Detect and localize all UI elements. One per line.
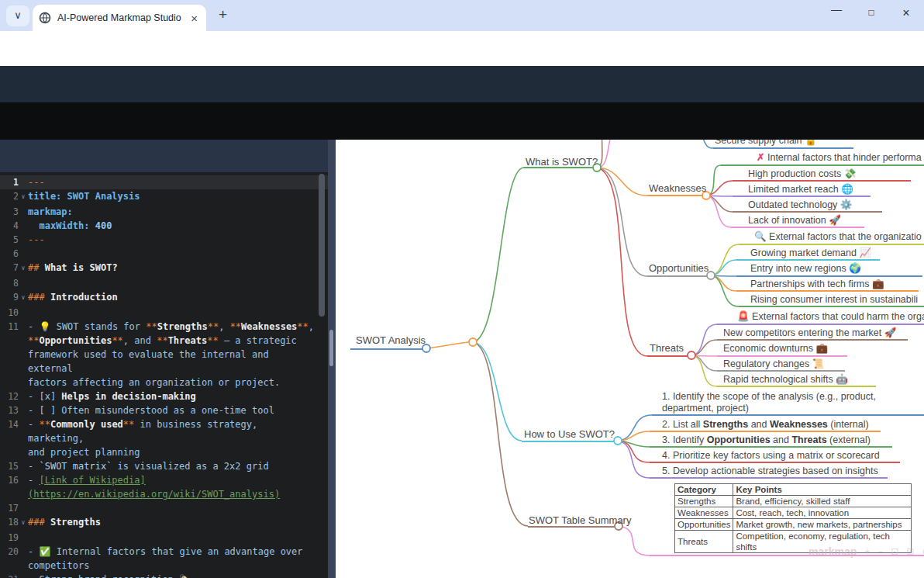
- editor-line[interactable]: 20- ✅ Internal factors that give an adva…: [0, 545, 328, 573]
- editor-scrollbar[interactable]: [319, 174, 325, 317]
- line-number: 21: [0, 573, 19, 578]
- map-node-t4[interactable]: Regulatory changes 📜: [723, 358, 824, 370]
- code-text[interactable]: maxWidth: 400: [28, 219, 316, 233]
- map-node-w1[interactable]: ✗ Internal factors that hinder performa: [757, 152, 922, 164]
- code-text[interactable]: ---: [28, 175, 316, 189]
- map-node-w2[interactable]: High production costs 💸: [748, 168, 856, 180]
- editor-line[interactable]: 10: [0, 306, 328, 320]
- editor-line[interactable]: 3markmap:: [0, 205, 328, 219]
- pane-divider[interactable]: [328, 140, 336, 578]
- window-minimize-icon[interactable]: —: [828, 3, 845, 16]
- markmap-brand[interactable]: markmap: [808, 545, 857, 558]
- map-node-h1[interactable]: 1. Identify the scope of the analysis (e…: [662, 391, 876, 414]
- map-theme-icon[interactable]: ⊞: [906, 546, 914, 557]
- map-zoom-in-icon[interactable]: +: [864, 546, 870, 557]
- fold-arrow-icon[interactable]: ∨: [19, 290, 28, 306]
- new-tab-button[interactable]: +: [219, 6, 227, 23]
- mindmap-link: [473, 342, 528, 526]
- code-text[interactable]: [28, 531, 316, 545]
- editor-line[interactable]: 5---: [0, 233, 328, 247]
- map-zoom-out-icon[interactable]: −: [877, 546, 883, 557]
- map-node-h4[interactable]: 4. Prioritize key factors using a matrix…: [662, 450, 880, 462]
- node-circle[interactable]: [688, 351, 695, 359]
- code-text[interactable]: - `SWOT matrix` is visualized as a 2x2 g…: [28, 459, 316, 473]
- map-fit-icon[interactable]: ⊡: [891, 546, 898, 557]
- map-node-weak[interactable]: Weaknesses: [649, 182, 706, 194]
- code-text[interactable]: - [ ] Often misunderstood as a one-time …: [28, 403, 316, 417]
- editor-line[interactable]: 4 maxWidth: 400: [0, 219, 328, 233]
- editor-line[interactable]: 21- Strong brand recognition 🏷️: [0, 573, 328, 578]
- map-node-t1[interactable]: 🚨 External factors that could harm the o…: [737, 311, 924, 323]
- table-cell: Market growth, new markets, partnerships: [733, 519, 912, 531]
- editor-line[interactable]: 19: [0, 531, 328, 545]
- editor-line[interactable]: 16- [Link of Wikipedia] (https://en.wiki…: [0, 473, 328, 501]
- editor-line[interactable]: 9∨### Introduction: [0, 290, 328, 306]
- editor-line[interactable]: 6: [0, 247, 328, 261]
- editor-line[interactable]: 17: [0, 501, 328, 515]
- editor-line[interactable]: 15- `SWOT matrix` is visualized as a 2x2…: [0, 459, 328, 473]
- map-node-w5[interactable]: Lack of innovation 🚀: [748, 215, 841, 227]
- map-node-o1[interactable]: 🔍 External factors that the organizatio: [754, 231, 922, 243]
- editor-line[interactable]: 14- **Commonly used** in business strate…: [0, 417, 328, 459]
- map-node-w3[interactable]: Limited market reach 🌐: [748, 184, 853, 196]
- editor-line[interactable]: 11- 💡 SWOT stands for **Strengths**, **W…: [0, 320, 328, 389]
- code-text[interactable]: ## What is SWOT?: [28, 261, 316, 276]
- map-node-thr[interactable]: Threats: [650, 342, 684, 354]
- fold-gutter: [19, 531, 28, 545]
- map-node-o3[interactable]: Entry into new regions 🌍: [750, 263, 861, 275]
- map-node-tbl[interactable]: SWOT Table Summary: [529, 514, 631, 526]
- map-node-h2[interactable]: 2. List all Strengths and Weaknesses (in…: [662, 419, 869, 431]
- code-text[interactable]: [28, 501, 316, 515]
- mindmap-canvas[interactable]: CategoryKey PointsStrengthsBrand, effici…: [336, 140, 924, 578]
- code-text[interactable]: - ✅ Internal factors that give an advant…: [28, 545, 316, 573]
- map-node-o5[interactable]: Rising consumer interest in sustainabili: [750, 294, 918, 306]
- code-text[interactable]: ---: [28, 233, 316, 247]
- node-circle[interactable]: [469, 338, 477, 346]
- node-circle[interactable]: [614, 437, 622, 445]
- fold-arrow-icon[interactable]: ∨: [19, 189, 28, 205]
- map-node-secure[interactable]: Secure supply chain 🔒: [715, 140, 817, 147]
- editor-line[interactable]: 1---: [0, 175, 328, 189]
- map-node-t2[interactable]: New competitors entering the market 🚀: [723, 327, 896, 339]
- window-close-icon[interactable]: ×: [898, 6, 915, 20]
- code-text[interactable]: - [Link of Wikipedia] (https://en.wikipe…: [28, 473, 316, 501]
- code-text[interactable]: [28, 306, 316, 320]
- map-node-what[interactable]: What is SWOT?: [526, 156, 598, 168]
- line-number: 7: [0, 261, 19, 276]
- map-node-root[interactable]: SWOT Analysis: [356, 334, 426, 346]
- editor-line[interactable]: 2∨title: SWOT Analysis: [0, 189, 328, 205]
- map-node-t3[interactable]: Economic downturns 💼: [723, 343, 828, 355]
- editor-line[interactable]: 12- [x] Helps in decision-making: [0, 389, 328, 403]
- editor-line[interactable]: 7∨## What is SWOT?: [0, 261, 328, 276]
- editor-line[interactable]: 8: [0, 276, 328, 290]
- fold-arrow-icon[interactable]: ∨: [19, 261, 28, 276]
- map-node-o4[interactable]: Partnerships with tech firms 💼: [750, 279, 884, 290]
- editor-line[interactable]: 18∨### Strengths: [0, 515, 328, 531]
- code-text[interactable]: markmap:: [28, 205, 316, 219]
- code-text[interactable]: - **Commonly used** in business strategy…: [28, 417, 316, 459]
- markdown-editor[interactable]: 1---2∨title: SWOT Analysis3markmap:4 max…: [0, 172, 328, 578]
- tab-search-button[interactable]: ∨: [6, 5, 29, 26]
- code-text[interactable]: title: SWOT Analysis: [28, 189, 316, 205]
- editor-line[interactable]: 13- [ ] Often misunderstood as a one-tim…: [0, 403, 328, 417]
- code-text[interactable]: - 💡 SWOT stands for **Strengths**, **Wea…: [28, 320, 316, 389]
- code-text[interactable]: [28, 276, 316, 290]
- fold-arrow-icon[interactable]: ∨: [19, 515, 28, 531]
- map-node-opp[interactable]: Opportunities: [649, 262, 709, 274]
- line-number: 16: [0, 473, 19, 501]
- map-node-w4[interactable]: Outdated technology ⚙️: [748, 199, 852, 211]
- map-node-t5[interactable]: Rapid technological shifts 🤖: [723, 374, 848, 386]
- map-node-o2[interactable]: Growing market demand 📈: [750, 247, 871, 259]
- divider-handle[interactable]: [329, 330, 333, 366]
- browser-tab[interactable]: AI-Powered Markmap Studio ×: [33, 5, 206, 31]
- map-node-h5[interactable]: 5. Develop actionable strategies based o…: [662, 466, 878, 477]
- tab-close-icon[interactable]: ×: [188, 12, 200, 25]
- code-text[interactable]: ### Introduction: [28, 290, 316, 306]
- code-text[interactable]: ### Strengths: [28, 515, 316, 531]
- map-node-h3[interactable]: 3. Identify Opportunities and Threats (e…: [662, 434, 871, 446]
- window-maximize-icon[interactable]: □: [863, 7, 880, 18]
- code-text[interactable]: - [x] Helps in decision-making: [28, 389, 316, 403]
- code-text[interactable]: - Strong brand recognition 🏷️: [28, 573, 316, 578]
- map-node-how[interactable]: How to Use SWOT?: [524, 428, 615, 440]
- code-text[interactable]: [28, 247, 316, 261]
